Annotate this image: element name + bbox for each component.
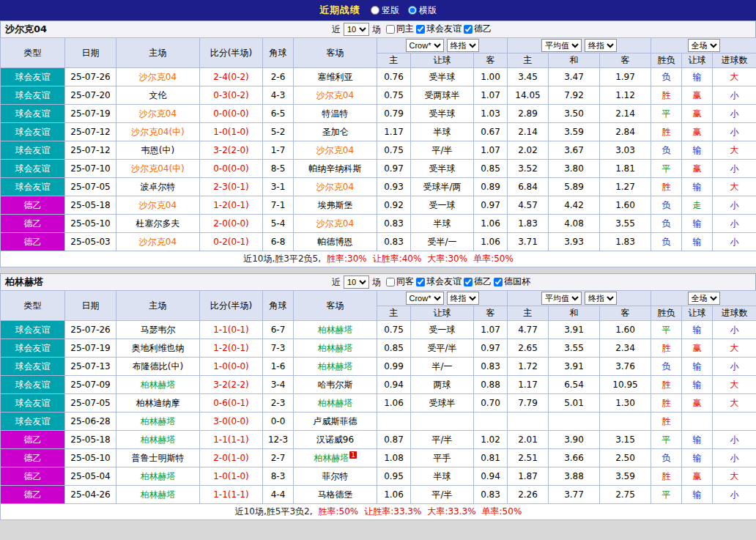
odds-away: 1.06 bbox=[474, 233, 508, 251]
match-row: 球会友谊25-07-05柏林迪纳摩0-6(0-1)2-3柏林赫塔1.06受球半0… bbox=[1, 394, 756, 413]
avg-home: 2.02 bbox=[508, 141, 549, 160]
checkbox-input[interactable] bbox=[386, 25, 395, 34]
avg-source-select[interactable]: 平均值 bbox=[541, 39, 582, 52]
match-date: 25-07-09 bbox=[65, 376, 116, 394]
odds-handicap: 平/半 bbox=[411, 141, 474, 160]
home-team: 沙尔克04(中) bbox=[116, 123, 200, 141]
filter-checkbox-德国杯[interactable]: 德国杯 bbox=[494, 275, 530, 288]
result-handicap: 赢 bbox=[682, 86, 713, 105]
summary-stat: 让胜率:33.3% bbox=[364, 506, 421, 517]
games-count-select[interactable]: 10 bbox=[344, 23, 369, 36]
filter-checkbox-球会友谊[interactable]: 球会友谊 bbox=[416, 23, 462, 35]
result-goals: 大 bbox=[713, 141, 756, 160]
match-row: 球会友谊25-07-19沙尔克040-0(0-0)6-5特温特0.79受半球1.… bbox=[1, 105, 756, 123]
avg-draw: 4.08 bbox=[549, 215, 600, 233]
odds-home: 0.87 bbox=[377, 431, 411, 449]
result-wdl: 胜 bbox=[651, 394, 682, 413]
team-header-row: 沙尔克04 近 10 场 同主球会友谊德乙 bbox=[0, 21, 756, 37]
odds-away: 1.06 bbox=[474, 215, 508, 233]
odds-away: 0.83 bbox=[474, 486, 508, 504]
checkbox-input[interactable] bbox=[464, 25, 472, 34]
avg-source-select[interactable]: 平均值 bbox=[541, 292, 582, 305]
type-badge: 球会友谊 bbox=[1, 413, 65, 431]
filter-checkbox-德乙[interactable]: 德乙 bbox=[464, 275, 492, 288]
result-goals: 小 bbox=[713, 321, 756, 339]
table-header: 类型日期主场比分(半场)角球客场Crow*终指平均值终指全场 主让球客主和客胜负… bbox=[1, 291, 756, 321]
odds-home bbox=[377, 413, 411, 431]
filter-checkbox-同客[interactable]: 同客 bbox=[386, 275, 414, 288]
games-count-select[interactable]: 10 bbox=[344, 275, 369, 289]
avg-away: 1.27 bbox=[600, 178, 651, 196]
type-badge: 球会友谊 bbox=[1, 358, 65, 376]
odds-source-group: Crow*终指 bbox=[377, 38, 508, 53]
sub-column-header: 主 bbox=[508, 53, 549, 68]
radio-input[interactable] bbox=[408, 6, 417, 15]
match-date: 25-07-26 bbox=[65, 321, 116, 339]
type-badge: 球会友谊 bbox=[1, 68, 65, 86]
tables-container: 沙尔克04 近 10 场 同主球会友谊德乙 类型日期主场比分(半场)角球客场Cr… bbox=[0, 21, 756, 520]
filter-checkbox-球会友谊[interactable]: 球会友谊 bbox=[416, 275, 462, 288]
odds-away: 1.07 bbox=[474, 141, 508, 160]
odds-home: 1.06 bbox=[377, 394, 411, 413]
summary-stat: 大率:30% bbox=[427, 254, 467, 264]
filter-checkbox-德乙[interactable]: 德乙 bbox=[464, 23, 492, 35]
checkbox-input[interactable] bbox=[494, 278, 503, 286]
checkbox-input[interactable] bbox=[416, 25, 425, 34]
result-wdl: 胜 bbox=[651, 376, 682, 394]
checkbox-input[interactable] bbox=[386, 278, 395, 286]
score: 1-0(1-0) bbox=[200, 123, 263, 141]
corners: 1-7 bbox=[263, 141, 294, 160]
odds-handicap: 受球半 bbox=[411, 394, 474, 413]
result-scope-group: 全场 bbox=[651, 291, 756, 306]
layout-radio-horizontal[interactable]: 横版 bbox=[408, 4, 437, 17]
result-scope-select[interactable]: 全场 bbox=[688, 292, 720, 305]
layout-radio-vertical[interactable]: 竖版 bbox=[371, 4, 399, 17]
match-date: 25-07-26 bbox=[65, 68, 116, 86]
near-label: 近 bbox=[332, 23, 341, 36]
away-team: 塞维利亚 bbox=[294, 68, 377, 86]
avg-draw: 3.66 bbox=[549, 449, 600, 467]
result-goals: 小 bbox=[713, 358, 756, 376]
score: 0-0(0-0) bbox=[200, 160, 263, 178]
avg-away: 1.30 bbox=[600, 394, 651, 413]
corners: 3-4 bbox=[263, 376, 294, 394]
odds-handicap: 半/一 bbox=[411, 358, 474, 376]
away-team: 柏林赫塔 bbox=[294, 339, 377, 358]
avg-draw: 3.93 bbox=[549, 233, 600, 251]
odds-source-select[interactable]: Crow* bbox=[406, 39, 444, 52]
odds-handicap: 受球半/两 bbox=[411, 178, 474, 196]
avg-source-select[interactable]: 终指 bbox=[585, 39, 617, 52]
filter-checkbox-同主[interactable]: 同主 bbox=[386, 23, 414, 35]
home-team: 沙尔克04 bbox=[116, 68, 200, 86]
column-header: 客场 bbox=[294, 291, 377, 321]
home-team: 柏林迪纳摩 bbox=[116, 394, 200, 413]
odds-home: 0.75 bbox=[377, 86, 411, 105]
sub-column-header: 让球 bbox=[411, 53, 474, 68]
corners: 4-4 bbox=[263, 486, 294, 504]
result-wdl: 胜 bbox=[651, 123, 682, 141]
column-header: 类型 bbox=[1, 291, 65, 321]
filter-bar: 近 10 场 同主球会友谊德乙 bbox=[332, 23, 492, 36]
corners: 1-6 bbox=[263, 358, 294, 376]
odds-source-select[interactable]: 终指 bbox=[447, 292, 479, 305]
result-goals: 大 bbox=[713, 339, 756, 358]
radio-input[interactable] bbox=[371, 6, 379, 15]
avg-source-select[interactable]: 终指 bbox=[585, 292, 617, 305]
odds-source-select[interactable]: Crow* bbox=[406, 292, 444, 305]
summary-cell: 近10场,胜3平2负5,胜率:30%让胜率:40%大率:30%单率:50% bbox=[1, 251, 756, 267]
checkbox-input[interactable] bbox=[464, 278, 472, 286]
result-handicap: 赢 bbox=[682, 105, 713, 123]
score: 2-0(0-0) bbox=[200, 215, 263, 233]
home-team: 波卓尔特 bbox=[116, 178, 200, 196]
avg-draw: 5.01 bbox=[549, 394, 600, 413]
match-date: 25-06-28 bbox=[65, 413, 116, 431]
home-team: 布隆德比(中) bbox=[116, 358, 200, 376]
match-row: 德乙25-05-10杜塞尔多夫2-0(0-0)5-4沙尔克040.83半球1.0… bbox=[1, 215, 756, 233]
odds-handicap bbox=[411, 413, 474, 431]
result-scope-select[interactable]: 全场 bbox=[688, 39, 720, 52]
odds-handicap: 受一球 bbox=[411, 321, 474, 339]
avg-home: 3.52 bbox=[508, 160, 549, 178]
checkbox-input[interactable] bbox=[416, 278, 425, 286]
result-handicap: 赢 bbox=[682, 339, 713, 358]
odds-source-select[interactable]: 终指 bbox=[447, 39, 479, 52]
